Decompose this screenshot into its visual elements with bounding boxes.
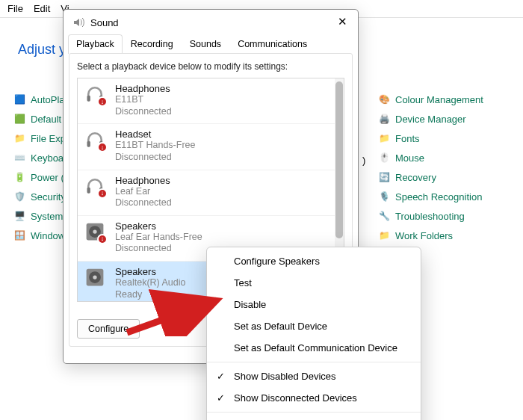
cp-link-icon: 🟦 xyxy=(13,93,25,105)
cp-link-icon: 🎙️ xyxy=(378,191,390,203)
svg-point-8 xyxy=(93,229,96,233)
menu-item-label: Configure Speakers xyxy=(234,256,320,267)
menu-item[interactable]: Set as Default Communication Device xyxy=(207,337,421,359)
cp-link-icon: 🔧 xyxy=(378,210,390,222)
device-sub1: E11BT xyxy=(115,94,172,106)
disconnected-badge xyxy=(97,188,108,199)
device-sub1: E11BT Hands-Free xyxy=(115,140,195,152)
tab-playback[interactable]: Playback xyxy=(68,34,123,54)
cp-link-label: Device Manager xyxy=(395,114,466,125)
close-icon[interactable]: ✕ xyxy=(335,16,349,29)
menu-item-label: Show Disabled Devices xyxy=(234,371,336,382)
device-sub2: Disconnected xyxy=(115,243,202,255)
device-icon xyxy=(84,266,106,288)
cp-link-icon: 🖨️ xyxy=(378,113,390,125)
cp-link-icon: 🖱️ xyxy=(378,152,390,164)
cp-link-label: Security xyxy=(31,191,66,203)
menu-item-label: Set as Default Device xyxy=(234,321,327,332)
device-name: Headphones xyxy=(115,175,172,186)
menu-item-label: Set as Default Communication Device xyxy=(234,342,397,353)
svg-rect-4 xyxy=(87,187,90,193)
cp-link-icon: 🪟 xyxy=(13,229,25,241)
menu-item[interactable]: Test xyxy=(207,272,421,294)
menu-item[interactable]: Configure Speakers xyxy=(207,250,421,272)
cp-link-icon: 📁 xyxy=(13,132,25,144)
device-name: Speakers xyxy=(115,220,202,232)
menu-item[interactable]: Properties xyxy=(207,416,421,420)
cp-link[interactable]: 🎨Colour Management xyxy=(378,93,483,105)
device-icon xyxy=(84,175,106,197)
menu-item-label: Show Disconnected Devices xyxy=(234,392,357,404)
cp-link-icon: 🛡️ xyxy=(13,191,25,203)
device-row[interactable]: HeadphonesE11BTDisconnected xyxy=(78,78,344,124)
menu-item-label: Test xyxy=(234,277,252,288)
menu-separator xyxy=(207,362,421,362)
cp-left-column: 🟦AutoPla🟩Default📁File Exp⌨️Keyboa🔋Power … xyxy=(13,93,66,241)
cp-link[interactable]: 🟩Default xyxy=(13,113,66,125)
sound-icon xyxy=(72,16,84,28)
cp-link-icon: 🔄 xyxy=(378,171,390,183)
instructions: Select a playback device below to modify… xyxy=(77,61,344,72)
dialog-titlebar: Sound ✕ xyxy=(64,10,358,34)
cp-link-icon: 🖥️ xyxy=(13,210,25,222)
device-icon xyxy=(84,220,106,243)
truncated-paren: ) xyxy=(362,155,365,166)
menu-item[interactable]: Disable xyxy=(207,294,421,315)
cp-link-icon: 🎨 xyxy=(378,93,390,105)
svg-point-11 xyxy=(93,275,96,279)
cp-link[interactable]: 🛡️Security xyxy=(13,191,66,203)
cp-link[interactable]: ⌨️Keyboa xyxy=(13,152,66,164)
tab-communications[interactable]: Communications xyxy=(229,34,315,54)
cp-link-label: System xyxy=(31,211,63,222)
menu-file[interactable]: File xyxy=(7,3,23,14)
cp-link[interactable]: 📁Work Folders xyxy=(378,229,483,241)
device-icon xyxy=(84,83,106,105)
device-sub2: Disconnected xyxy=(115,152,195,164)
cp-link[interactable]: 🟦AutoPla xyxy=(13,93,66,105)
cp-link-icon: ⌨️ xyxy=(13,152,25,164)
cp-link-label: Troubleshooting xyxy=(395,211,465,222)
tab-sounds[interactable]: Sounds xyxy=(182,34,229,54)
disconnected-badge xyxy=(97,234,108,244)
menu-item-label: Disable xyxy=(234,299,266,310)
cp-link-label: Work Folders xyxy=(395,230,453,241)
configure-button[interactable]: Configure xyxy=(77,319,140,339)
cp-right-column: 🎨Colour Management🖨️Device Manager📁Fonts… xyxy=(378,93,483,241)
device-sub1: Leaf Ear Hands-Free xyxy=(115,232,202,244)
device-sub1: Leaf Ear xyxy=(115,186,172,198)
cp-link-icon: 🔋 xyxy=(13,171,25,183)
cp-link-label: Speech Recognition xyxy=(395,191,482,203)
cp-link-label: Recovery xyxy=(395,172,436,183)
device-icon xyxy=(84,129,106,151)
check-icon: ✓ xyxy=(214,392,226,404)
menu-item[interactable]: ✓Show Disconnected Devices xyxy=(207,387,421,409)
tab-strip: Playback Recording Sounds Communications xyxy=(64,34,358,53)
cp-link-label: Power ( xyxy=(31,172,64,183)
svg-rect-0 xyxy=(87,96,90,102)
scroll-thumb[interactable] xyxy=(335,81,343,238)
menu-item[interactable]: Set as Default Device xyxy=(207,315,421,337)
device-name: Headset xyxy=(115,129,195,140)
tab-recording[interactable]: Recording xyxy=(123,34,182,54)
cp-link[interactable]: 📁Fonts xyxy=(378,132,483,144)
cp-link[interactable]: 🎙️Speech Recognition xyxy=(378,191,483,203)
device-sub2: Disconnected xyxy=(115,197,172,209)
menu-item[interactable]: ✓Show Disabled Devices xyxy=(207,365,421,387)
cp-link[interactable]: 🔄Recovery xyxy=(378,171,483,183)
cp-link[interactable]: 🔧Troubleshooting xyxy=(378,210,483,222)
device-sub2: Disconnected xyxy=(115,106,172,118)
device-row[interactable]: HeadsetE11BT Hands-FreeDisconnected xyxy=(78,124,344,170)
cp-link[interactable]: 🖨️Device Manager xyxy=(378,113,483,125)
cp-link[interactable]: 🖥️System xyxy=(13,210,66,222)
cp-link[interactable]: 📁File Exp xyxy=(13,132,66,144)
device-row[interactable]: HeadphonesLeaf EarDisconnected xyxy=(78,170,344,216)
cp-link-label: AutoPla xyxy=(31,94,65,105)
cp-link[interactable]: 🪟Window xyxy=(13,229,66,241)
cp-link-label: File Exp xyxy=(31,133,66,144)
device-name: Headphones xyxy=(115,83,172,94)
disconnected-badge xyxy=(97,96,108,107)
cp-link[interactable]: 🔋Power ( xyxy=(13,171,66,183)
cp-link-icon: 📁 xyxy=(378,229,390,241)
cp-link[interactable]: 🖱️Mouse xyxy=(378,152,483,164)
menu-edit[interactable]: Edit xyxy=(34,3,50,14)
